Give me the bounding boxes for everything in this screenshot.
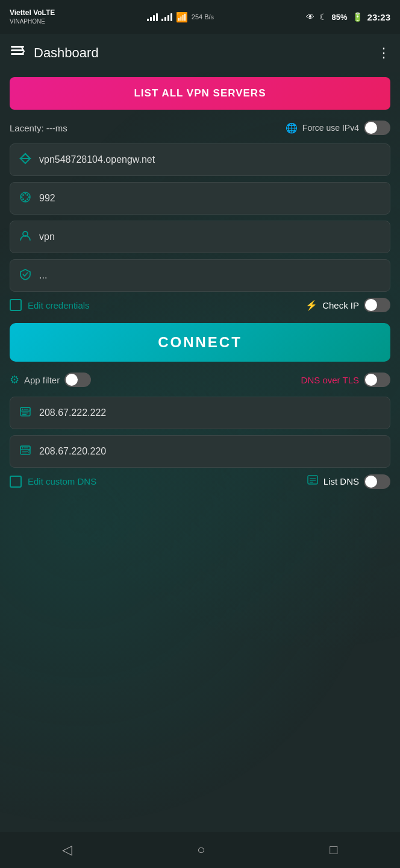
password-field[interactable]: ...: [10, 259, 390, 292]
signal-bars-1: [147, 13, 158, 21]
status-right: 👁 ☾ 85% 🔋 23:23: [306, 12, 390, 22]
server-host-field[interactable]: vpn548728104.opengw.net: [10, 143, 390, 176]
server-icon: [19, 153, 32, 168]
globe-icon: 🌐: [286, 122, 298, 134]
credentials-row: Edit credentials ⚡ Check IP: [10, 298, 390, 312]
edit-custom-dns-checkbox[interactable]: [10, 476, 22, 488]
svg-point-11: [27, 194, 28, 196]
options-row: Lacenty: ---ms 🌐 Force use IPv4: [10, 121, 390, 135]
connect-button[interactable]: CONNECT: [10, 323, 390, 362]
lightning-icon: ⚡: [305, 300, 317, 311]
svg-point-13: [27, 198, 28, 200]
username-field[interactable]: vpn: [10, 221, 390, 253]
password-value: ...: [39, 270, 381, 281]
list-dns-toggle[interactable]: [364, 474, 390, 489]
svg-rect-1: [11, 49, 24, 51]
dns2-value: 208.67.220.220: [39, 446, 381, 457]
svg-point-8: [28, 196, 30, 198]
app-filter-label: App filter: [24, 375, 60, 385]
check-ip-container: ⚡ Check IP: [305, 298, 390, 312]
edit-credentials-checkbox[interactable]: [10, 299, 22, 311]
edit-custom-dns-label: Edit custom DNS: [28, 476, 96, 486]
edit-credentials-button[interactable]: Edit credentials: [10, 299, 90, 311]
dashboard-icon: [10, 43, 25, 63]
edit-credentials-label: Edit credentials: [28, 300, 90, 310]
svg-point-10: [22, 194, 24, 196]
page-title: Dashboard: [34, 45, 99, 61]
nav-bar: ◁ ○ □: [0, 832, 400, 868]
status-bar: Viettel VoLTE VINAPHONE 📶 254 B/s 👁 ☾ 85…: [0, 0, 400, 34]
svg-rect-28: [308, 476, 317, 484]
latency-text: Lacenty: ---ms: [10, 123, 67, 133]
wifi-icon: 📶: [176, 11, 188, 23]
check-ip-toggle[interactable]: [364, 298, 390, 312]
dns1-icon: [19, 406, 32, 421]
toolbar: Dashboard ⋮: [0, 34, 400, 72]
svg-text:2: 2: [28, 449, 31, 454]
svg-point-9: [25, 200, 27, 201]
user-icon: [19, 230, 32, 245]
moon-icon: ☾: [319, 12, 327, 22]
nav-recents-button[interactable]: □: [317, 836, 349, 864]
port-icon: [19, 191, 32, 206]
force-ipv4-label: Force use IPv4: [302, 123, 359, 133]
eye-icon: 👁: [306, 12, 314, 22]
svg-point-6: [21, 196, 23, 198]
dns2-field[interactable]: 2 208.67.220.220: [10, 435, 390, 468]
svg-point-23: [22, 447, 23, 448]
dns-tls-toggle[interactable]: [364, 373, 390, 387]
svg-point-7: [25, 192, 27, 194]
main-content: LIST ALL VPN SERVERS Lacenty: ---ms 🌐 Fo…: [0, 72, 400, 489]
port-value: 992: [39, 193, 381, 204]
server-host-value: vpn548728104.opengw.net: [39, 154, 381, 165]
battery-icon: 🔋: [352, 12, 363, 22]
shield-icon: [19, 268, 32, 283]
app-filter-toggle[interactable]: [64, 373, 91, 387]
data-speed: 254 B/s: [192, 13, 214, 20]
force-ipv4-container: 🌐 Force use IPv4: [286, 121, 390, 135]
carrier-name: Viettel VoLTE: [10, 8, 55, 18]
force-ipv4-toggle[interactable]: [364, 121, 390, 135]
app-dns-row: ⚙ App filter DNS over TLS: [10, 373, 390, 387]
carrier-info: Viettel VoLTE VINAPHONE: [10, 8, 55, 26]
svg-point-12: [22, 198, 24, 200]
dns-tls-container: DNS over TLS: [301, 373, 390, 387]
nav-home-button[interactable]: ○: [185, 836, 217, 864]
edit-custom-dns-button[interactable]: Edit custom DNS: [10, 476, 96, 488]
signal-bars-2: [161, 13, 172, 21]
status-time: 23:23: [367, 12, 390, 22]
nav-back-button[interactable]: ◁: [50, 836, 84, 864]
app-filter-container: ⚙ App filter: [10, 373, 91, 387]
gear-icon: ⚙: [10, 373, 19, 386]
svg-point-17: [22, 408, 23, 409]
dns1-field[interactable]: 208.67.222.222: [10, 397, 390, 429]
check-ip-label: Check IP: [322, 300, 359, 310]
port-field[interactable]: 992: [10, 182, 390, 215]
list-servers-button[interactable]: LIST ALL VPN SERVERS: [10, 77, 390, 110]
custom-dns-row: Edit custom DNS List DNS: [10, 474, 390, 489]
username-value: vpn: [39, 231, 381, 242]
list-dns-icon: [307, 474, 319, 489]
more-menu-button[interactable]: ⋮: [377, 45, 390, 61]
dns1-value: 208.67.222.222: [39, 407, 381, 418]
network-name: VINAPHONE: [10, 17, 55, 25]
list-dns-container: List DNS: [307, 474, 390, 489]
toolbar-left: Dashboard: [10, 43, 99, 63]
dns2-icon: 2: [19, 444, 32, 459]
battery-text: 85%: [332, 13, 348, 22]
dns-tls-label: DNS over TLS: [301, 375, 359, 385]
list-dns-label: List DNS: [323, 476, 359, 486]
